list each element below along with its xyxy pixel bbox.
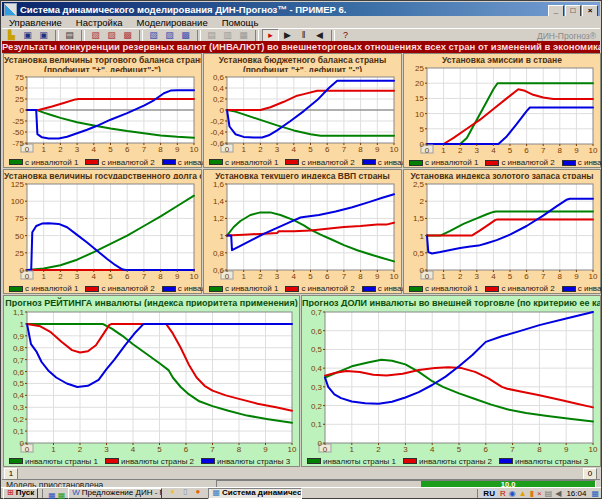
svg-text:0: 0 bbox=[225, 272, 230, 281]
start-label: Пуск bbox=[16, 489, 34, 497]
svg-text:0,4: 0,4 bbox=[13, 391, 25, 400]
chart-title-line1: Установка текущего индекса ВВП страны bbox=[204, 171, 401, 179]
legend-item: с инвалютой 1 bbox=[409, 158, 478, 167]
menu-item-0[interactable]: Управление bbox=[2, 17, 69, 28]
chart-window-icon[interactable]: ▧ bbox=[146, 30, 161, 42]
folder-tray-icon[interactable]: ▮ bbox=[530, 489, 534, 498]
save-icon[interactable]: ▣ bbox=[20, 30, 35, 42]
exit-icon[interactable]: ▙ bbox=[4, 30, 19, 42]
svg-text:0,2: 0,2 bbox=[311, 401, 323, 410]
model-edit-icon[interactable]: ▧ bbox=[88, 30, 103, 42]
chart-plot: 01234567891000,511,522,5 bbox=[405, 179, 599, 284]
model-search-icon[interactable]: ▩ bbox=[120, 30, 135, 42]
svg-text:1: 1 bbox=[51, 444, 56, 453]
volume-tray-icon[interactable]: ◀ bbox=[555, 489, 561, 498]
error-tray-icon[interactable]: × bbox=[537, 489, 542, 498]
svg-text:5: 5 bbox=[508, 146, 513, 155]
legend-item: с инвалютой 1 bbox=[9, 284, 78, 293]
grid-icon[interactable]: ▦ bbox=[236, 30, 251, 42]
svg-text:-0,4: -0,4 bbox=[210, 128, 224, 137]
report-icon[interactable]: ▥ bbox=[220, 30, 235, 42]
svg-text:3: 3 bbox=[475, 272, 480, 281]
chart-legend: инвалюты страны 1инвалюты страны 2инвалю… bbox=[302, 457, 600, 466]
play-icon[interactable]: ▶ bbox=[280, 30, 295, 42]
svg-text:5: 5 bbox=[308, 272, 313, 281]
legend-swatch bbox=[409, 286, 423, 292]
svg-text:7: 7 bbox=[210, 444, 215, 453]
svg-text:125: 125 bbox=[11, 180, 25, 189]
svg-text:0,6: 0,6 bbox=[13, 367, 25, 376]
menu-item-2[interactable]: Моделирование bbox=[130, 17, 215, 28]
chart-panel-rating-forecast: Прогноз РЕЙТИНГА инвалюты (индекса приор… bbox=[3, 295, 300, 467]
chart-canvas: 012345678910-75-50-250255075 bbox=[5, 72, 200, 153]
svg-text:0,9: 0,9 bbox=[13, 332, 25, 341]
chart-title: Установка величины государственного долг… bbox=[4, 170, 201, 179]
step-back-icon[interactable]: ◀ bbox=[312, 30, 327, 42]
chart-panel-trade-balance: Установка величины торгового баланса стр… bbox=[3, 53, 202, 168]
toolbar-separator bbox=[331, 30, 335, 41]
app-window: Система динамического моделирования ДИН-… bbox=[0, 0, 602, 499]
svg-text:0: 0 bbox=[25, 444, 30, 453]
menu-bar: УправлениеНастройкаМоделированиеПомощь bbox=[2, 16, 600, 28]
display-tray-icon[interactable]: ▦ bbox=[591, 489, 599, 498]
chart-canvas: 012345678910-0,6-0,4-0,200,20,40,6 bbox=[205, 72, 400, 153]
chart-plot: 012345678910-75-50-250255075 bbox=[5, 72, 200, 157]
svg-text:1,2: 1,2 bbox=[213, 214, 225, 223]
language-indicator[interactable]: RU bbox=[481, 489, 497, 498]
chart-plot: 0123456789100510152025 bbox=[405, 63, 599, 158]
quick-launch-blue-icon[interactable]: ▦ bbox=[48, 491, 56, 499]
svg-text:75: 75 bbox=[15, 73, 24, 82]
svg-text:0: 0 bbox=[225, 145, 230, 154]
warning-tray-icon[interactable]: ▲ bbox=[519, 489, 527, 498]
svg-text:1: 1 bbox=[441, 272, 446, 281]
svg-text:7: 7 bbox=[342, 272, 347, 281]
task-button-1[interactable]: ▦Система динамическ... bbox=[208, 488, 302, 499]
legend-swatch bbox=[9, 286, 23, 292]
pause-icon[interactable]: ‖ bbox=[296, 30, 311, 42]
svg-text:2: 2 bbox=[376, 444, 381, 453]
legend-swatch bbox=[562, 286, 576, 292]
table-icon[interactable]: ▤ bbox=[204, 30, 219, 42]
svg-text:3: 3 bbox=[475, 146, 480, 155]
svg-text:0,7: 0,7 bbox=[311, 308, 323, 317]
chart-panel-state-debt: Установка величины государственного долг… bbox=[3, 169, 202, 294]
svg-text:0: 0 bbox=[323, 444, 328, 453]
document-tray-icon[interactable]: ▯ bbox=[183, 488, 187, 499]
print-icon[interactable]: ▤ bbox=[62, 30, 77, 42]
taskbar-divider bbox=[42, 489, 43, 498]
svg-text:1: 1 bbox=[41, 272, 46, 281]
svg-text:6: 6 bbox=[484, 444, 489, 453]
svg-text:-50: -50 bbox=[12, 128, 24, 137]
legend-item: инвалюты страны 3 bbox=[201, 457, 290, 466]
chart-cascade-icon[interactable]: ▩ bbox=[178, 30, 193, 42]
svg-text:0: 0 bbox=[318, 439, 323, 448]
menu-item-3[interactable]: Помощь bbox=[215, 17, 266, 28]
model-copy-icon[interactable]: ▨ bbox=[104, 30, 119, 42]
legend-item: с инвалютой 2 bbox=[285, 284, 354, 293]
legend-swatch bbox=[85, 159, 99, 165]
svg-text:8: 8 bbox=[558, 146, 563, 155]
svg-text:0,3: 0,3 bbox=[13, 403, 25, 412]
help-icon[interactable]: ? bbox=[338, 30, 353, 42]
quick-launch-green-icon[interactable]: ▦ bbox=[58, 491, 66, 499]
start-button[interactable]: ⊞ Пуск bbox=[3, 488, 38, 499]
printer-tray-icon[interactable]: ▤ bbox=[545, 489, 553, 498]
svg-text:25: 25 bbox=[15, 95, 24, 104]
clock-tray-icon[interactable]: ● bbox=[170, 488, 175, 499]
svg-text:1,1: 1,1 bbox=[13, 308, 25, 317]
chart-tile-icon[interactable]: ▨ bbox=[162, 30, 177, 42]
menu-item-1[interactable]: Настройка bbox=[69, 17, 130, 28]
legend-swatch bbox=[362, 286, 376, 292]
legend-item: инвалюты страны 1 bbox=[9, 457, 98, 466]
legend-swatch bbox=[209, 286, 223, 292]
update-tray-icon[interactable]: ◉ bbox=[509, 489, 516, 498]
svg-text:4: 4 bbox=[292, 272, 297, 281]
browser-tray-icon[interactable]: ● bbox=[196, 488, 201, 499]
r-app-tray-icon[interactable]: R bbox=[500, 489, 506, 498]
system-tray: RU R◉▲▮×▤◀ 16:04 ▦ bbox=[477, 489, 599, 498]
save-all-icon[interactable]: ▣ bbox=[36, 30, 51, 42]
chart-title: Установка текущего индекса ВВП страны bbox=[204, 170, 401, 179]
task-button-0[interactable]: WПредложение ДИН - Mic... bbox=[68, 488, 162, 499]
legend-swatch bbox=[285, 159, 299, 165]
toolbar-separator bbox=[81, 30, 85, 41]
